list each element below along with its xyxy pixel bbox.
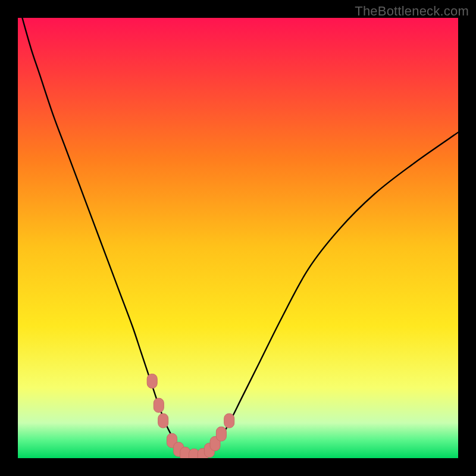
data-marker <box>224 414 234 428</box>
data-marker <box>158 414 168 428</box>
data-marker <box>147 374 157 389</box>
chart-curve-layer <box>18 18 458 458</box>
data-marker <box>154 398 164 412</box>
data-markers <box>147 374 234 459</box>
data-marker <box>216 427 226 441</box>
watermark-label: TheBottleneck.com <box>355 4 469 19</box>
bottleneck-curve <box>22 18 458 456</box>
chart-frame: TheBottleneck.com <box>0 0 476 476</box>
plot-area <box>18 18 458 458</box>
